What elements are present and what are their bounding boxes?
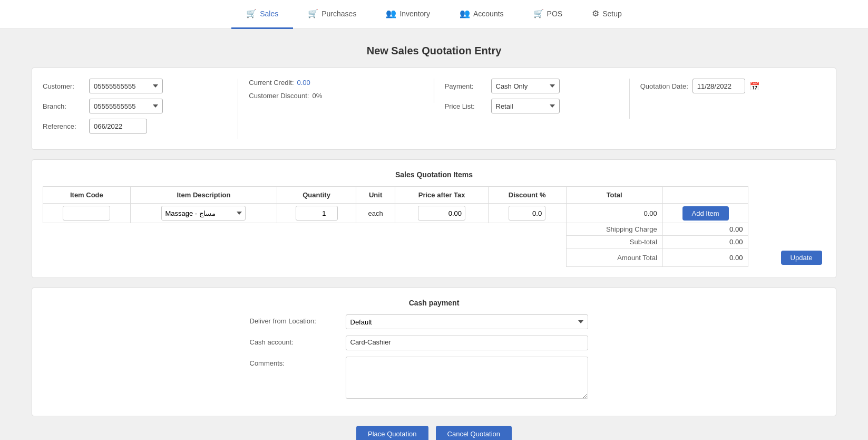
nav-item-accounts[interactable]: 👥 Accounts <box>445 0 519 29</box>
credit-col: Current Credit: 0.00 Customer Discount: … <box>238 79 434 103</box>
table-header-row: Item Code Item Description Quantity Unit… <box>43 187 825 204</box>
cash-account-value: Card-Cashier <box>346 336 588 350</box>
nav-label-purchases: Purchases <box>321 9 356 18</box>
nav-label-inventory: Inventory <box>399 9 430 18</box>
quantity-input[interactable] <box>296 206 338 221</box>
main-content: New Sales Quotation Entry Customer: 0555… <box>0 29 868 440</box>
pos-icon: 🛒 <box>533 8 544 18</box>
cash-payment-card: Cash payment Deliver from Location: Defa… <box>32 288 836 416</box>
shipping-charge-label: Shipping Charge <box>566 223 662 236</box>
col-discount: Discount % <box>488 187 566 204</box>
nav-item-purchases[interactable]: 🛒 Purchases <box>293 0 371 29</box>
cell-quantity <box>277 204 356 223</box>
current-credit-row: Current Credit: 0.00 <box>249 79 423 87</box>
items-card: Sales Quotation Items Item Code Item Des… <box>32 159 836 278</box>
footer-buttons: Place Quotation Cancel Quotation <box>356 426 512 440</box>
shipping-charge-value: 0.00 <box>662 223 748 236</box>
col-unit: Unit <box>356 187 395 204</box>
customer-select[interactable]: 05555555555 <box>89 79 163 93</box>
customer-discount-row: Customer Discount: 0% <box>249 92 423 100</box>
payment-select[interactable]: Cash Only <box>491 79 560 93</box>
cancel-quotation-button[interactable]: Cancel Quotation <box>436 426 512 440</box>
cell-discount <box>488 204 566 223</box>
sub-total-row: Sub-total 0.00 <box>43 236 825 248</box>
calendar-icon[interactable]: 📅 <box>749 81 760 91</box>
payment-group: Payment: Cash Only <box>445 79 619 93</box>
deliver-from-row: Deliver from Location: Default <box>250 314 619 329</box>
nav-label-pos: POS <box>547 9 563 18</box>
purchases-icon: 🛒 <box>308 8 318 18</box>
date-col: Quotation Date: 📅 <box>630 79 825 99</box>
nav-item-inventory[interactable]: 👥 Inventory <box>371 0 445 29</box>
deliver-from-select[interactable]: Default <box>346 314 588 329</box>
item-code-input[interactable] <box>63 206 110 221</box>
cell-item-description: Massage - مساج <box>130 204 277 223</box>
items-section-title: Sales Quotation Items <box>43 170 825 179</box>
payment-label: Payment: <box>445 82 487 90</box>
cash-account-row: Cash account: Card-Cashier <box>250 336 619 350</box>
nav-label-setup: Setup <box>602 9 622 18</box>
footer-actions: Place Quotation Cancel Quotation Back <box>32 426 836 440</box>
customer-discount-value: 0% <box>312 92 322 100</box>
nav-label-accounts: Accounts <box>473 9 504 18</box>
cell-item-code <box>43 204 131 223</box>
branch-select[interactable]: 05555555555 <box>89 99 163 113</box>
customer-group: Customer: 05555555555 <box>43 79 227 93</box>
branch-label: Branch: <box>43 102 85 110</box>
cash-account-label: Cash account: <box>250 336 339 346</box>
update-button[interactable]: Update <box>781 251 822 265</box>
cell-add-item: Add Item <box>662 204 748 223</box>
col-quantity: Quantity <box>277 187 356 204</box>
amount-total-label: Amount Total <box>566 248 662 267</box>
reference-input[interactable] <box>89 119 147 133</box>
reference-label: Reference: <box>43 122 85 130</box>
col-item-code: Item Code <box>43 187 131 204</box>
customer-discount-label: Customer Discount: <box>249 92 309 100</box>
col-action <box>662 187 748 204</box>
col-item-description: Item Description <box>130 187 277 204</box>
nav-item-sales[interactable]: 🛒 Sales <box>231 0 293 29</box>
comments-row: Comments: <box>250 357 619 399</box>
page-title: New Sales Quotation Entry <box>32 45 836 57</box>
deliver-from-label: Deliver from Location: <box>250 314 339 325</box>
comments-label: Comments: <box>250 357 339 367</box>
add-item-button[interactable]: Add Item <box>682 206 729 221</box>
current-credit-label: Current Credit: <box>249 79 294 87</box>
table-row: Massage - مساج each 0.00 Add <box>43 204 825 223</box>
price-after-tax-input[interactable] <box>418 206 465 221</box>
discount-input[interactable] <box>509 206 545 221</box>
comments-textarea[interactable] <box>346 357 588 399</box>
sales-icon: 🛒 <box>246 8 257 18</box>
nav-item-pos[interactable]: 🛒 POS <box>519 0 578 29</box>
payment-section-title: Cash payment <box>43 299 825 307</box>
item-description-select[interactable]: Massage - مساج <box>161 206 246 221</box>
quotation-date-input[interactable] <box>693 79 745 93</box>
cell-unit: each <box>356 204 395 223</box>
customer-label: Customer: <box>43 82 85 90</box>
payment-form: Deliver from Location: Default Cash acco… <box>250 314 619 399</box>
reference-group: Reference: <box>43 119 227 133</box>
col-total: Total <box>566 187 662 204</box>
nav-item-setup[interactable]: ⚙ Setup <box>577 0 637 29</box>
price-list-label: Price List: <box>445 102 487 110</box>
cell-total: 0.00 <box>566 204 662 223</box>
quotation-date-label: Quotation Date: <box>640 82 688 90</box>
current-credit-value: 0.00 <box>297 79 310 87</box>
setup-icon: ⚙ <box>592 8 599 18</box>
place-quotation-button[interactable]: Place Quotation <box>356 426 428 440</box>
customer-info-card: Customer: 05555555555 Branch: 0555555555… <box>32 68 836 150</box>
amount-total-row: Amount Total 0.00 Update <box>43 248 825 267</box>
quotation-date-group: Quotation Date: 📅 <box>640 79 825 93</box>
price-list-select[interactable]: Retail <box>491 99 560 113</box>
nav-label-sales: Sales <box>260 9 278 18</box>
cell-price-after-tax <box>395 204 488 223</box>
items-table: Item Code Item Description Quantity Unit… <box>43 186 825 267</box>
accounts-icon: 👥 <box>460 8 470 18</box>
customer-col: Customer: 05555555555 Branch: 0555555555… <box>43 79 238 139</box>
sub-total-value: 0.00 <box>662 236 748 248</box>
amount-total-value: 0.00 <box>662 248 748 267</box>
col-price-after-tax: Price after Tax <box>395 187 488 204</box>
shipping-charge-row: Shipping Charge 0.00 <box>43 223 825 236</box>
date-input-group: 📅 <box>693 79 760 93</box>
branch-group: Branch: 05555555555 <box>43 99 227 113</box>
